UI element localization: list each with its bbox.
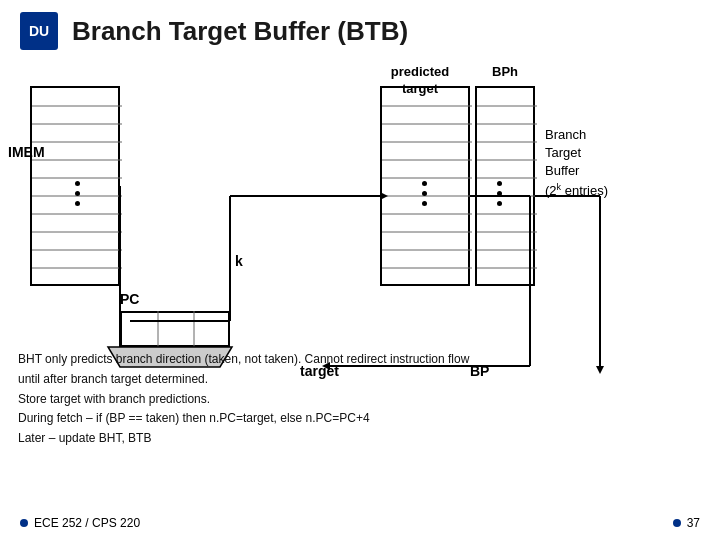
dot-btb-3 bbox=[422, 201, 427, 206]
bottom-line-3: Store target with branch predictions. bbox=[18, 390, 708, 410]
footer-bullet-right bbox=[673, 519, 681, 527]
footer: ECE 252 / CPS 220 37 bbox=[0, 516, 720, 530]
bottom-line-5: Later – update BHT, BTB bbox=[18, 429, 708, 449]
footer-page-number: 37 bbox=[687, 516, 700, 530]
diagram-area: IMEM bbox=[0, 56, 720, 376]
dot-bph-1 bbox=[497, 181, 502, 186]
dots-bph bbox=[497, 181, 502, 206]
bph-lines-svg bbox=[477, 88, 537, 288]
bottom-text: BHT only predicts branch direction (take… bbox=[18, 350, 708, 449]
dot-bph-3 bbox=[497, 201, 502, 206]
btb-annotation: Branch Target Buffer (2k entries) bbox=[545, 126, 705, 200]
dots-imem bbox=[75, 181, 80, 206]
footer-left: ECE 252 / CPS 220 bbox=[20, 516, 140, 530]
imem-label: IMEM bbox=[8, 144, 45, 160]
bph-block bbox=[475, 86, 535, 286]
page-title: Branch Target Buffer (BTB) bbox=[72, 16, 408, 47]
dot-imem-3 bbox=[75, 201, 80, 206]
svg-text:k: k bbox=[235, 253, 243, 269]
predicted-target-label: predicted target bbox=[370, 64, 470, 98]
footer-right: 37 bbox=[673, 516, 700, 530]
pc-box bbox=[120, 311, 230, 347]
bottom-line-1: BHT only predicts branch direction (take… bbox=[18, 350, 708, 370]
dot-btb-2 bbox=[422, 191, 427, 196]
logo-icon: DU bbox=[18, 10, 60, 52]
exponent-k: k bbox=[557, 182, 562, 192]
bottom-line-2: until after branch target determined. bbox=[18, 370, 708, 390]
dot-imem-1 bbox=[75, 181, 80, 186]
header: DU Branch Target Buffer (BTB) bbox=[0, 0, 720, 56]
pc-label: PC bbox=[120, 291, 139, 307]
dot-imem-2 bbox=[75, 191, 80, 196]
btb-lines-svg bbox=[382, 88, 472, 288]
pc-box-lines bbox=[122, 311, 228, 347]
bottom-line-4: During fetch – if (BP == taken) then n.P… bbox=[18, 409, 708, 429]
footer-course-label: ECE 252 / CPS 220 bbox=[34, 516, 140, 530]
dot-btb-1 bbox=[422, 181, 427, 186]
footer-bullet-left bbox=[20, 519, 28, 527]
bph-label: BPh bbox=[476, 64, 534, 79]
dots-btb bbox=[422, 181, 427, 206]
dot-bph-2 bbox=[497, 191, 502, 196]
svg-text:DU: DU bbox=[29, 23, 49, 39]
